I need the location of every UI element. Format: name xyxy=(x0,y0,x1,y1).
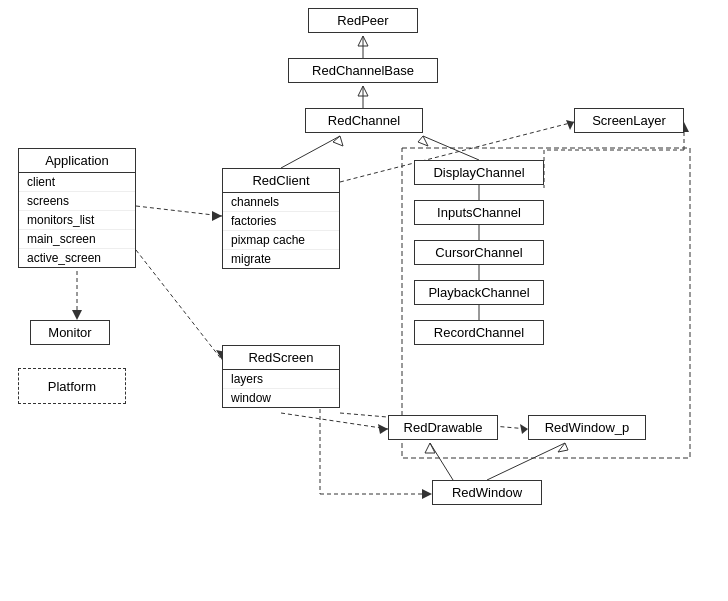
redscreen-attr-window: window xyxy=(223,389,339,407)
recordchannel-title: RecordChannel xyxy=(415,321,543,344)
svg-marker-1 xyxy=(358,36,368,46)
redchannel-box: RedChannel xyxy=(305,108,423,133)
svg-line-24 xyxy=(281,413,388,429)
redscreen-attr-layers: layers xyxy=(223,370,339,389)
svg-line-6 xyxy=(423,136,479,160)
redpeer-box: RedPeer xyxy=(308,8,418,33)
redwindow-title: RedWindow xyxy=(433,481,541,504)
svg-marker-29 xyxy=(425,443,435,453)
application-attr-screens: screens xyxy=(19,192,135,211)
inputschannel-box: InputsChannel xyxy=(414,200,544,225)
svg-line-30 xyxy=(487,443,565,480)
redchannelbase-title: RedChannelBase xyxy=(289,59,437,82)
cursorchannel-title: CursorChannel xyxy=(415,241,543,264)
svg-line-4 xyxy=(281,136,340,168)
platform-box: Platform xyxy=(18,368,126,404)
redscreen-box: RedScreen layers window xyxy=(222,345,340,408)
svg-marker-5 xyxy=(333,136,343,146)
redchannelbase-box: RedChannelBase xyxy=(288,58,438,83)
redpeer-title: RedPeer xyxy=(309,9,417,32)
svg-marker-7 xyxy=(418,136,428,146)
svg-marker-25 xyxy=(378,424,388,434)
redclient-attr-migrate: migrate xyxy=(223,250,339,268)
redwindow-p-box: RedWindow_p xyxy=(528,415,646,440)
redclient-attr-pixmap-cache: pixmap cache xyxy=(223,231,339,250)
svg-marker-31 xyxy=(558,443,568,452)
monitor-box: Monitor xyxy=(30,320,110,345)
inputschannel-title: InputsChannel xyxy=(415,201,543,224)
diagram: RedPeer RedChannelBase RedChannel Screen… xyxy=(0,0,728,601)
platform-title: Platform xyxy=(40,375,104,398)
redclient-attr-factories: factories xyxy=(223,212,339,231)
redclient-attr-channels: channels xyxy=(223,193,339,212)
displaychannel-title: DisplayChannel xyxy=(415,161,543,184)
cursorchannel-box: CursorChannel xyxy=(414,240,544,265)
reddrawable-box: RedDrawable xyxy=(388,415,498,440)
redwindow-box: RedWindow xyxy=(432,480,542,505)
application-attr-active-screen: active_screen xyxy=(19,249,135,267)
displaychannel-box: DisplayChannel xyxy=(414,160,544,185)
application-attr-monitors-list: monitors_list xyxy=(19,211,135,230)
redclient-box: RedClient channels factories pixmap cach… xyxy=(222,168,340,269)
svg-marker-3 xyxy=(358,86,368,96)
screenlayer-box: ScreenLayer xyxy=(574,108,684,133)
svg-marker-13 xyxy=(212,211,222,221)
svg-marker-19 xyxy=(566,120,574,130)
svg-marker-15 xyxy=(72,310,82,320)
svg-line-28 xyxy=(430,443,453,480)
application-attr-client: client xyxy=(19,173,135,192)
svg-line-12 xyxy=(136,206,222,216)
redclient-title: RedClient xyxy=(223,169,339,193)
svg-marker-35 xyxy=(422,489,432,499)
arrows-svg xyxy=(0,0,728,601)
redchannel-title: RedChannel xyxy=(306,109,422,132)
application-box: Application client screens monitors_list… xyxy=(18,148,136,268)
redwindow-p-title: RedWindow_p xyxy=(529,416,645,439)
screenlayer-title: ScreenLayer xyxy=(575,109,683,132)
playbackchannel-title: PlaybackChannel xyxy=(415,281,543,304)
svg-line-16 xyxy=(136,250,222,360)
svg-marker-27 xyxy=(520,424,528,434)
playbackchannel-box: PlaybackChannel xyxy=(414,280,544,305)
application-attr-main-screen: main_screen xyxy=(19,230,135,249)
redscreen-title: RedScreen xyxy=(223,346,339,370)
recordchannel-box: RecordChannel xyxy=(414,320,544,345)
reddrawable-title: RedDrawable xyxy=(389,416,497,439)
application-title: Application xyxy=(19,149,135,173)
monitor-title: Monitor xyxy=(31,321,109,344)
